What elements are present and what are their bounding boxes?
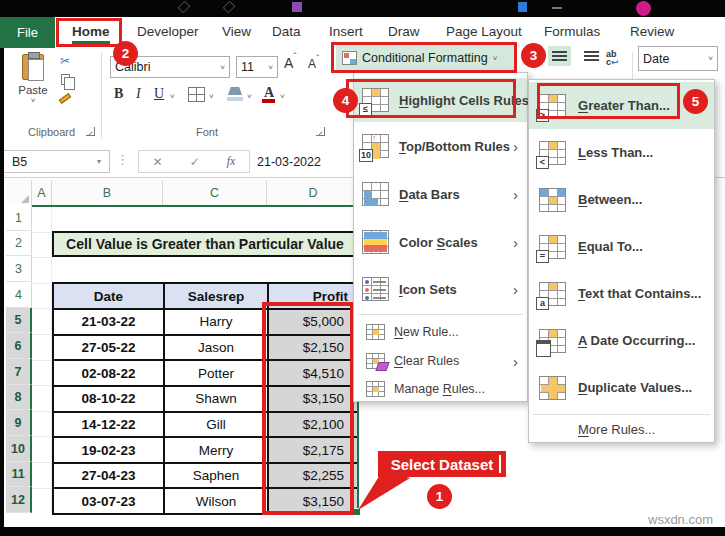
tab-draw[interactable]: Draw [388, 24, 420, 39]
row-header-1[interactable]: 1 [6, 205, 32, 231]
cell-date[interactable]: 27-04-23 [54, 464, 165, 490]
formula-value[interactable]: 21-03-2022 [257, 155, 321, 169]
cell-profit-selected[interactable]: $3,150 [269, 387, 359, 413]
column-header-a[interactable]: A [32, 180, 52, 205]
row-header-4[interactable]: 4 [6, 282, 32, 308]
row-header-10[interactable]: 10 [6, 436, 32, 462]
increase-font-button[interactable]: Aˆ [284, 55, 297, 71]
cut-button[interactable]: ✂ [60, 54, 70, 68]
copy-button[interactable] [61, 74, 70, 85]
row-header-6[interactable]: 6 [6, 333, 32, 359]
italic-button[interactable]: I [136, 86, 141, 102]
cell-date[interactable]: 19-02-23 [54, 438, 165, 464]
row-header-8[interactable]: 8 [6, 385, 32, 410]
name-box[interactable]: B5 ▾ [3, 150, 110, 173]
tab-developer[interactable]: Developer [137, 24, 199, 39]
cell-salesrep[interactable]: Wilson [165, 489, 269, 515]
borders-button[interactable] [188, 87, 205, 102]
cell-profit-selected[interactable]: $3,150 [269, 489, 359, 515]
cell-profit-selected[interactable]: $5,000 [269, 310, 359, 336]
align-center-button[interactable] [548, 46, 571, 66]
account-avatar[interactable] [636, 1, 651, 16]
cell-profit-selected[interactable]: $2,150 [269, 336, 359, 362]
align-left-button[interactable] [580, 46, 603, 66]
tab-view[interactable]: View [222, 24, 251, 39]
menu-item-new-rule[interactable]: New Rule... [354, 317, 527, 347]
submenu-item-a-date-occurring[interactable]: A Date Occurring... [529, 317, 714, 364]
cell-profit-selected[interactable]: $2,255 [269, 464, 359, 490]
cell-profit-selected[interactable]: $2,175 [269, 438, 359, 464]
tab-insert[interactable]: Insert [329, 24, 363, 39]
cell-profit-selected[interactable]: $2,100 [269, 413, 359, 439]
bold-button[interactable]: B [114, 86, 123, 102]
table-header-salesrep[interactable]: Salesrep [165, 284, 269, 310]
number-format-combo[interactable]: Date ˅ [638, 46, 718, 71]
cell-date[interactable]: 08-10-22 [54, 387, 165, 413]
menu-item-clear-rules[interactable]: Clear Rules › [354, 347, 527, 375]
cell-profit-selected[interactable]: $4,510 [269, 361, 359, 387]
decrease-font-button[interactable]: Aˇ [308, 57, 319, 71]
row-header-3[interactable]: 3 [6, 256, 32, 282]
underline-button[interactable]: U [154, 86, 164, 102]
table-header-date[interactable]: Date [54, 284, 165, 310]
minimize-icon[interactable] [552, 7, 562, 9]
row-header-5[interactable]: 5 [6, 308, 32, 333]
borders-chevron-icon[interactable]: ˅ [209, 92, 214, 101]
cell-salesrep[interactable]: Shawn [165, 387, 269, 413]
cell-salesrep[interactable]: Gill [165, 413, 269, 439]
tab-page-layout[interactable]: Page Layout [446, 24, 522, 39]
select-all-corner[interactable] [6, 180, 32, 205]
submenu-item-less-than[interactable]: < Less Than... [529, 129, 714, 176]
submenu-item-text-that-contains[interactable]: a Text that Contains... [529, 270, 714, 317]
menu-item-top-bottom-rules[interactable]: ↑10 Top/Bottom Rules › [354, 122, 527, 170]
underline-chevron-icon[interactable]: ˅ [170, 92, 175, 101]
cell-salesrep[interactable]: Saphen [165, 464, 269, 490]
clipboard-dialog-launcher[interactable] [86, 127, 95, 136]
fill-color-chevron-icon[interactable]: ˅ [247, 92, 252, 101]
tab-review[interactable]: Review [630, 24, 674, 39]
row-header-2[interactable]: 2 [6, 231, 32, 256]
conditional-formatting-button[interactable]: Conditional Formatting ˅ [336, 45, 514, 71]
enter-button[interactable]: ✓ [190, 155, 200, 169]
paste-button[interactable]: Paste ˅ [14, 54, 52, 126]
cell-salesrep[interactable]: Merry [165, 438, 269, 464]
cell-salesrep[interactable]: Harry [165, 310, 269, 336]
cell-date[interactable]: 27-05-22 [54, 336, 165, 362]
format-painter-button[interactable] [59, 93, 72, 104]
wrap-text-button[interactable]: ab c↩ [606, 50, 619, 66]
cell-date[interactable]: 03-07-23 [54, 489, 165, 515]
font-color-chevron-icon[interactable]: ˅ [280, 92, 285, 101]
row-header-9[interactable]: 9 [6, 410, 32, 436]
font-dialog-launcher[interactable] [316, 127, 325, 136]
save-icon[interactable] [518, 2, 527, 12]
insert-function-button[interactable]: fx [227, 154, 236, 169]
tab-file[interactable]: File [0, 17, 55, 48]
fill-color-button[interactable] [228, 87, 242, 95]
submenu-item-equal-to[interactable]: = Equal To... [529, 223, 714, 270]
table-header-profit[interactable]: Profit [269, 284, 359, 310]
undo-icon[interactable] [178, 1, 191, 14]
menu-item-icon-sets[interactable]: Icon Sets › [354, 266, 527, 312]
column-header-b[interactable]: B [52, 180, 163, 205]
submenu-item-between[interactable]: Between... [529, 176, 714, 223]
tab-formulas[interactable]: Formulas [544, 24, 600, 39]
cell-salesrep[interactable]: Potter [165, 361, 269, 387]
menu-item-color-scales[interactable]: Color Scales › [354, 218, 527, 266]
cell-date[interactable]: 14-12-22 [54, 413, 165, 439]
font-size-combo[interactable]: 11 ˅ [236, 56, 278, 78]
menu-item-highlight-cells-rules[interactable]: ≤ Highlight Cells Rules › [354, 78, 527, 122]
cell-salesrep[interactable]: Jason [165, 336, 269, 362]
column-header-c[interactable]: C [163, 180, 267, 205]
qat-icon[interactable] [292, 2, 302, 12]
tab-home[interactable]: Home [72, 24, 110, 39]
submenu-item-more-rules[interactable]: More Rules... [529, 417, 714, 442]
cell-date[interactable]: 21-03-22 [54, 310, 165, 336]
row-header-12[interactable]: 12 [6, 487, 32, 513]
submenu-item-duplicate-values[interactable]: Duplicate Values... [529, 364, 714, 411]
column-header-d[interactable]: D [267, 180, 360, 205]
menu-item-data-bars[interactable]: Data Bars › [354, 170, 527, 218]
row-header-7[interactable]: 7 [6, 359, 32, 385]
menu-item-manage-rules[interactable]: Manage Rules... [354, 375, 527, 403]
sheet-title-banner[interactable]: Cell Value is Greater than Particular Va… [52, 231, 358, 257]
cancel-button[interactable]: ✕ [153, 155, 163, 169]
